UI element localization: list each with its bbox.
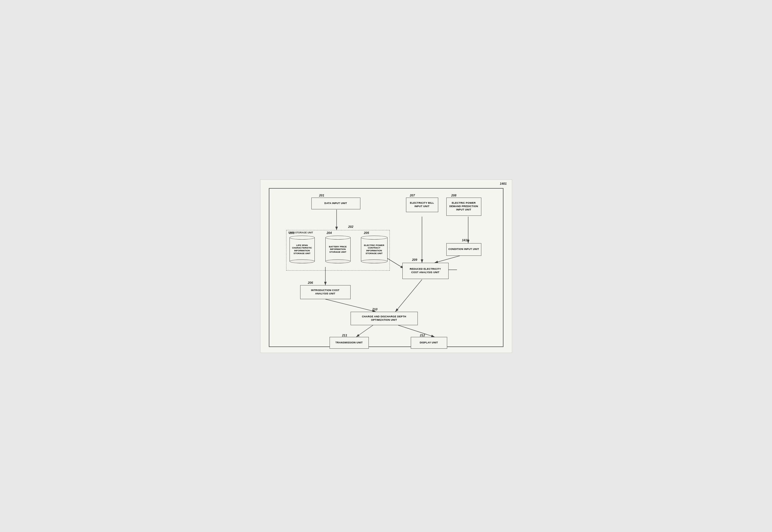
ref-203: 203 (289, 231, 294, 235)
svg-line-9 (356, 325, 373, 337)
introduction-cost-box: INTRODUCTION COSTANALYSIS UNIT (300, 285, 350, 299)
transmission-box: TRANSMISSION UNIT (329, 337, 369, 349)
ref-210: 210 (372, 308, 377, 311)
ref-205: 205 (364, 231, 369, 235)
svg-line-7 (325, 299, 376, 312)
life-span-cylinder: LIFE SPANCHARACTERISTICINFORMATIONSTORAG… (289, 236, 315, 263)
electric-power-contract-cylinder: ELECTRIC POWERCONTRACTINFORMATIONSTORAGE… (361, 236, 388, 263)
charge-discharge-box: CHARGE AND DISCHARGE DEPTHOPTIMIZATION U… (350, 312, 418, 325)
svg-line-10 (398, 325, 435, 337)
electricity-bill-box: ELECTRICITY BILLINPUT UNIT (406, 198, 438, 212)
cyl-top-3 (361, 236, 388, 240)
battery-price-cylinder: BATTERY PRICEINFORMATIONSTORAGE UNIT (325, 236, 350, 263)
ref-206: 206 (308, 281, 313, 284)
display-box: DISPLAY UNIT (411, 337, 447, 349)
ref-211: 211 (342, 334, 347, 337)
outer-boundary: 201 DATA INPUT UNIT 202 DATA STORAGE UNI… (269, 188, 504, 347)
ref-202: 202 (348, 225, 353, 228)
condition-input-box: CONDITION INPUT UNIT (446, 243, 481, 256)
cyl-bottom-2 (325, 259, 350, 263)
ref-1401: 1401 (500, 182, 507, 185)
data-input-unit-box: DATA INPUT UNIT (311, 198, 360, 209)
ref-201: 201 (319, 194, 324, 197)
electric-power-demand-box: ELECTRIC POWERDEMAND PREDICTIONINPUT UNI… (446, 198, 481, 216)
cyl-bottom-3 (361, 259, 388, 263)
ref-1411: 1411 (462, 238, 469, 242)
cyl-body: LIFE SPANCHARACTERISTICINFORMATIONSTORAG… (289, 238, 315, 261)
cyl-body-2: BATTERY PRICEINFORMATIONSTORAGE UNIT (325, 238, 350, 261)
cyl-body-3: ELECTRIC POWERCONTRACTINFORMATIONSTORAGE… (361, 238, 388, 261)
ref-209: 209 (412, 258, 417, 261)
cyl-top-2 (325, 236, 350, 240)
patent-diagram-page: 1401 (260, 179, 512, 353)
svg-line-5 (435, 256, 460, 263)
cyl-top (289, 236, 315, 240)
ref-208: 208 (452, 194, 457, 197)
cyl-bottom (289, 259, 315, 263)
svg-line-8 (396, 280, 422, 312)
ref-212: 212 (420, 334, 425, 337)
ref-207: 207 (410, 194, 415, 197)
ref-204: 204 (327, 231, 332, 235)
reduced-electricity-box: REDUCED ELECTRICITYCOST ANALYSIS UNIT (403, 263, 449, 279)
